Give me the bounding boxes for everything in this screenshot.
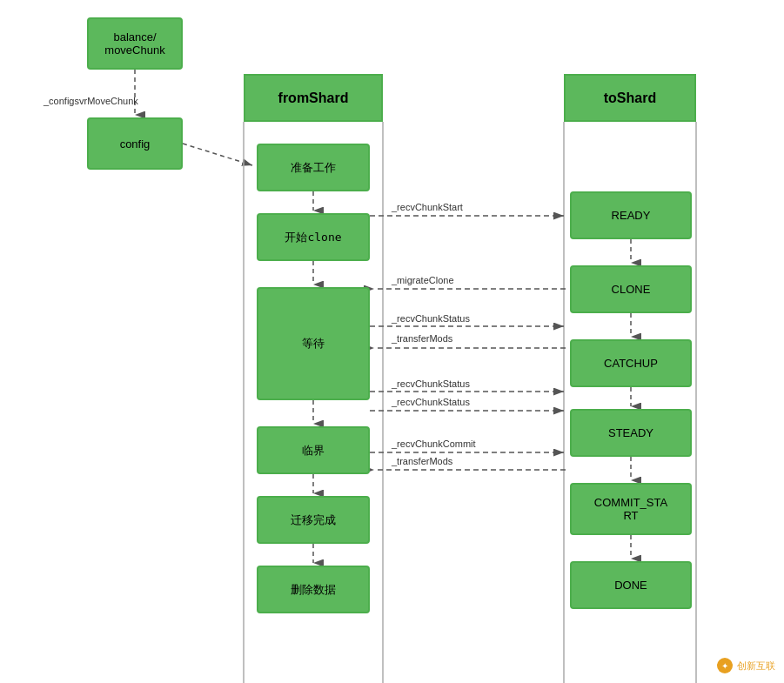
from-kaishi-clone-box: 开始clone (257, 213, 370, 261)
balance-movechunk-box: balance/moveChunk (87, 17, 183, 70)
configsvr-label: _configsvrMoveChunk (44, 96, 138, 106)
svg-text:✦: ✦ (721, 661, 728, 671)
migrate-clone-label: _migrateClone (392, 275, 454, 285)
recv-chunk-status3-label: _recvChunkStatus (392, 397, 470, 407)
to-commitstart-box: COMMIT_START (570, 483, 692, 535)
to-catchup-box: CATCHUP (570, 339, 692, 387)
recv-chunk-status2-label: _recvChunkStatus (392, 378, 470, 389)
recv-chunk-status1-label: _recvChunkStatus (392, 313, 470, 324)
from-dengdai-box: 等待 (257, 287, 370, 400)
to-done-box: DONE (570, 561, 692, 609)
transfer-mods2-label: _transferMods (392, 456, 452, 466)
transfer-mods1-label: _transferMods (392, 333, 452, 344)
fromshard-header: fromShard (244, 74, 383, 122)
to-steady-box: STEADY (570, 409, 692, 457)
from-shanchu-box: 删除数据 (257, 566, 370, 613)
config-box: config (87, 117, 183, 170)
diagram-container: balance/moveChunk _configsvrMoveChunk co… (0, 0, 784, 683)
svg-line-4 (183, 144, 252, 165)
watermark: ✦ 创新互联 (716, 657, 775, 674)
from-yiyi-wancheng-box: 迁移完成 (257, 496, 370, 544)
from-linjie-box: 临界 (257, 426, 370, 474)
toshard-header: toShard (564, 74, 696, 122)
recv-chunk-start-label: _recvChunkStart (392, 202, 463, 212)
recv-chunk-commit-label: _recvChunkCommit (392, 439, 476, 449)
from-zhunbei-box: 准备工作 (257, 144, 370, 191)
to-clone-box: CLONE (570, 265, 692, 313)
to-ready-box: READY (570, 191, 692, 239)
